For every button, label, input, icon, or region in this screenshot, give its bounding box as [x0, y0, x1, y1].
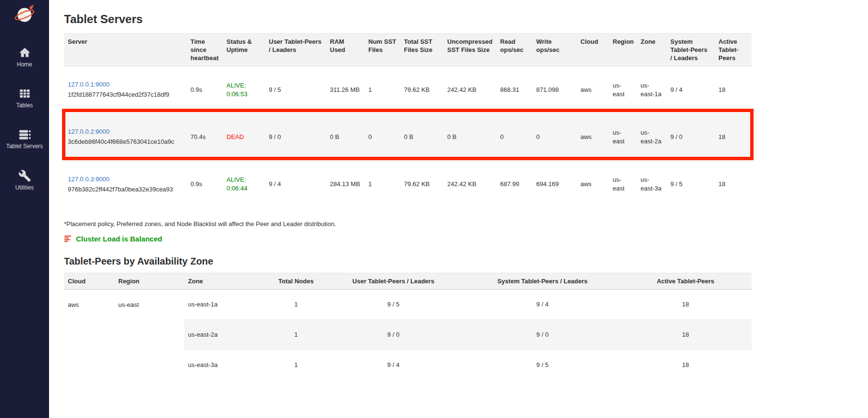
col-server: Server	[64, 34, 187, 66]
yugabyte-logo-icon[interactable]	[13, 3, 36, 27]
cell-status: ALIVE: 0:06:53	[223, 66, 265, 114]
cell-user-peers: 9 / 0	[321, 320, 465, 350]
uptime-value: 0:06:44	[226, 184, 261, 193]
cell-server: 127.0.0.1:9000 1f2fd188777643cf944ced2f3…	[64, 66, 187, 114]
cell-user-peers: 9 / 0	[265, 114, 326, 161]
table-row: 127.0.0.3:9000 976b382c2ff442f7ba0bea32e…	[64, 161, 752, 208]
col-num-sst: Num SST Files	[365, 34, 400, 66]
cell-user-peers: 9 / 4	[265, 161, 326, 208]
tablet-servers-icon	[18, 128, 31, 141]
cell-system-peers: 9 / 4	[465, 290, 619, 320]
cell-sst-size: 79.62 KB	[400, 161, 443, 208]
sidebar-item-label: Tables	[16, 102, 33, 109]
sidebar-item-label: Tablet Servers	[6, 143, 43, 150]
sidebar-item-utilities[interactable]: Utilities	[0, 169, 49, 191]
cell-cloud: aws	[577, 161, 609, 208]
cell-ram: 284.13 MB	[326, 161, 365, 208]
sidebar-item-tables[interactable]: Tables	[0, 87, 49, 109]
col-cloud: Cloud	[577, 34, 609, 66]
server-address-link[interactable]: 127.0.0.3:9000	[68, 176, 110, 183]
server-address-link[interactable]: 127.0.0.1:9000	[68, 81, 110, 88]
cell-heartbeat: 0.9s	[187, 66, 223, 114]
status-label: DEAD	[226, 133, 244, 140]
main-content: Tablet Servers Server Time since heartbe…	[49, 0, 868, 380]
cell-cloud: aws	[577, 114, 609, 161]
status-label: ALIVE:	[226, 176, 246, 183]
cell-system-peers: 9 / 5	[465, 350, 619, 380]
sidebar: Home Tables Tablet Servers Utilities	[0, 0, 49, 418]
table-header-row: Server Time since heartbeat Status & Upt…	[64, 34, 752, 66]
col-ram: RAM Used	[326, 34, 365, 66]
cell-heartbeat: 70.4s	[187, 114, 223, 161]
cell-read-ops: 868.31	[496, 66, 532, 114]
col-sst-size: Total SST Files Size	[400, 34, 443, 66]
cell-region: us-east	[609, 66, 637, 114]
zones-table: Cloud Region Zone Total Nodes User Table…	[64, 273, 752, 380]
cell-zone: us-east-2a	[184, 320, 271, 350]
cell-read-ops: 0	[496, 114, 532, 161]
cluster-balance-status: Cluster Load is Balanced	[64, 235, 868, 243]
cell-system-peers: 9 / 4	[667, 66, 715, 114]
col-system-peers: System Tablet-Peers / Leaders	[667, 34, 715, 66]
cell-zone: us-east-3a	[637, 161, 667, 208]
cell-write-ops: 694.169	[532, 161, 577, 208]
table-header-row: Cloud Region Zone Total Nodes User Table…	[64, 273, 752, 289]
col-active-peers: Active Tablet-Peers	[715, 34, 752, 66]
cell-zone: us-east-2a	[637, 114, 667, 161]
cell-active-peers: 18	[619, 350, 752, 380]
cell-system-peers: 9 / 5	[667, 161, 715, 208]
tablet-servers-table: Server Time since heartbeat Status & Upt…	[64, 33, 752, 208]
cell-active-peers: 18	[715, 66, 752, 114]
sidebar-item-tablet-servers[interactable]: Tablet Servers	[0, 128, 49, 150]
table-row: 127.0.0.1:9000 1f2fd188777643cf944ced2f3…	[64, 66, 752, 114]
cell-ram: 311.26 MB	[326, 66, 365, 114]
cell-user-peers: 9 / 5	[265, 66, 326, 114]
cell-zone: us-east-3a	[184, 350, 271, 380]
cell-ram: 0 B	[326, 114, 365, 161]
cell-server: 127.0.0.3:9000 976b382c2ff442f7ba0bea32e…	[64, 161, 187, 208]
cell-active-peers: 18	[715, 114, 752, 161]
cell-region: us-east	[609, 114, 637, 161]
cell-read-ops: 687.99	[496, 161, 532, 208]
cell-sst-size: 0 B	[400, 114, 443, 161]
col-total-nodes: Total Nodes	[271, 273, 321, 289]
col-system-peers: System Tablet-Peers / Leaders	[465, 273, 619, 289]
col-uncompressed-sst: Uncompressed SST Files Size	[443, 34, 496, 66]
section-title-tablet-peers: Tablet-Peers by Availability Zone	[64, 256, 868, 267]
cell-user-peers: 9 / 4	[321, 350, 465, 380]
utilities-icon	[18, 169, 31, 182]
tablet-servers-table-wrap: Server Time since heartbeat Status & Upt…	[64, 33, 752, 208]
cell-write-ops: 0	[532, 114, 577, 161]
col-user-peers: User Tablet-Peers / Leaders	[321, 273, 465, 289]
col-region: Region	[114, 273, 184, 289]
cell-status: ALIVE: 0:06:44	[223, 161, 265, 208]
home-icon	[18, 46, 31, 59]
col-region: Region	[609, 34, 637, 66]
col-user-peers: User Tablet-Peers / Leaders	[265, 34, 326, 66]
col-write-ops: Write ops/sec	[532, 34, 577, 66]
cell-active-peers: 18	[619, 290, 752, 320]
col-zone: Zone	[637, 34, 667, 66]
cell-region: us-east	[609, 161, 637, 208]
cell-zone: us-east-1a	[637, 66, 667, 114]
cluster-balance-label: Cluster Load is Balanced	[76, 235, 162, 243]
cell-active-peers: 18	[715, 161, 752, 208]
cell-active-peers: 18	[619, 320, 752, 350]
sidebar-item-label: Home	[17, 62, 32, 68]
cell-zone: us-east-1a	[184, 290, 271, 320]
cell-uncompressed-sst: 0 B	[443, 114, 496, 161]
sidebar-item-home[interactable]: Home	[0, 46, 49, 68]
cell-system-peers: 9 / 0	[667, 114, 715, 161]
server-uuid: 3c6deb86f40c4f668e5763041ce10a9c	[68, 138, 183, 146]
cell-total-nodes: 1	[271, 290, 321, 320]
cell-num-sst: 1	[365, 66, 400, 114]
col-active-peers: Active Tablet-Peers	[619, 273, 752, 289]
col-heartbeat: Time since heartbeat	[187, 34, 223, 66]
col-cloud: Cloud	[64, 273, 114, 289]
col-zone: Zone	[184, 273, 271, 289]
cell-cloud: aws	[64, 290, 114, 380]
server-address-link[interactable]: 127.0.0.2:9000	[68, 128, 110, 135]
cell-user-peers: 9 / 5	[321, 290, 465, 320]
cell-num-sst: 1	[365, 161, 400, 208]
sidebar-item-label: Utilities	[15, 185, 34, 191]
